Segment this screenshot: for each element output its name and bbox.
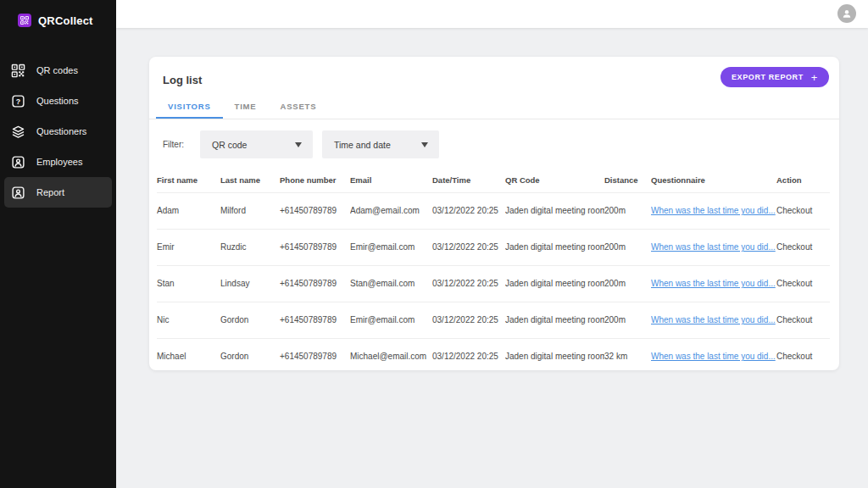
checkout-action[interactable]: Checkout <box>776 315 812 324</box>
caret-down-icon <box>421 142 428 147</box>
topbar <box>116 0 868 28</box>
cell-qr-code: Jaden digital meeting room <box>505 265 604 302</box>
checkout-action[interactable]: Checkout <box>776 352 812 361</box>
dropdown-value: QR code <box>212 140 247 150</box>
person-card-icon <box>11 155 25 169</box>
table-body: AdamMilford+61450789789Adam@email.com03/… <box>157 192 830 374</box>
cell-questionnaire: When was the last time you did... <box>651 229 776 265</box>
cell-distance: 200m <box>604 302 651 338</box>
checkout-action[interactable]: Checkout <box>776 242 812 252</box>
cell-first-name: Stan <box>157 265 220 302</box>
cell-date-time: 03/12/2022 20:25 <box>432 302 505 338</box>
column-header-phone-number: Phone number <box>280 158 350 192</box>
cell-qr-code: Jaden digital meeting room <box>505 229 604 265</box>
tab-bar: VISITORSTIMEASSETS <box>149 95 839 119</box>
sidebar-item-label: QR codes <box>36 65 78 75</box>
cell-email: Emir@email.com <box>350 302 432 338</box>
cell-questionnaire: When was the last time you did... <box>651 192 776 229</box>
cell-email: Michael@email.com <box>350 338 432 374</box>
time-and-date-filter-dropdown[interactable]: Time and date <box>322 130 439 158</box>
card-header: Log list EXPORT REPORT + <box>149 57 839 95</box>
layers-icon <box>11 125 25 139</box>
cell-distance: 200m <box>604 229 651 265</box>
sidebar-item-employees[interactable]: Employees <box>4 147 112 177</box>
cell-last-name: Lindsay <box>220 265 280 302</box>
table-row: MichaelGordon+61450789789Michael@email.c… <box>157 338 830 374</box>
sidebar-item-questioners[interactable]: Questioners <box>4 116 112 147</box>
question-icon: ? <box>11 94 25 108</box>
cell-questionnaire: When was the last time you did... <box>651 338 776 374</box>
filter-label: Filter: <box>163 140 184 149</box>
cell-questionnaire: When was the last time you did... <box>651 265 776 302</box>
sidebar-item-label: Report <box>36 187 64 197</box>
column-header-first-name: First name <box>157 158 220 192</box>
cell-action: Checkout <box>776 192 830 229</box>
cell-distance: 32 km <box>604 338 651 374</box>
user-avatar[interactable] <box>837 4 856 23</box>
user-icon <box>840 7 854 20</box>
export-report-label: EXPORT REPORT <box>732 73 804 81</box>
cell-action: Checkout <box>776 229 830 265</box>
cell-email: Stan@email.com <box>350 265 432 302</box>
cell-qr-code: Jaden digital meeting room <box>505 338 604 374</box>
cell-date-time: 03/12/2022 20:25 <box>432 265 505 302</box>
column-header-last-name: Last name <box>220 158 280 192</box>
qr-code-icon <box>18 14 31 27</box>
sidebar-item-report[interactable]: Report <box>4 177 112 208</box>
cell-qr-code: Jaden digital meeting room <box>505 192 604 229</box>
sidebar: QRCollect QR codes?QuestionsQuestionersE… <box>0 0 116 488</box>
questionnaire-link[interactable]: When was the last time you did... <box>651 352 776 361</box>
plus-icon: + <box>811 72 818 83</box>
cell-date-time: 03/12/2022 20:25 <box>432 229 505 265</box>
column-header-action: Action <box>776 158 830 192</box>
brand-logo: QRCollect <box>0 0 116 27</box>
cell-last-name: Milford <box>220 192 280 229</box>
cell-date-time: 03/12/2022 20:25 <box>432 192 505 229</box>
caret-down-icon <box>295 142 302 147</box>
cell-action: Checkout <box>776 338 830 374</box>
tab-visitors[interactable]: VISITORS <box>156 95 223 119</box>
table-row: NicGordon+61450789789Emir@email.com03/12… <box>157 302 830 338</box>
brand-name: QRCollect <box>38 14 93 27</box>
tab-assets[interactable]: ASSETS <box>268 95 328 119</box>
cell-first-name: Adam <box>157 192 220 229</box>
cell-distance: 200m <box>604 265 651 302</box>
person-card-icon <box>11 186 25 200</box>
questionnaire-link[interactable]: When was the last time you did... <box>651 242 776 252</box>
column-header-questionnaire: Questionnaire <box>651 158 776 192</box>
cell-phone-number: +61450789789 <box>280 265 350 302</box>
sidebar-item-label: Questioners <box>36 126 86 136</box>
cell-phone-number: +61450789789 <box>280 229 350 265</box>
cell-last-name: Gordon <box>220 302 280 338</box>
log-table: First nameLast namePhone numberEmailDate… <box>157 158 830 374</box>
column-header-qr-code: QR Code <box>505 158 604 192</box>
cell-last-name: Gordon <box>220 338 280 374</box>
table-row: EmirRuzdic+61450789789Emir@email.com03/1… <box>157 229 830 265</box>
tab-time[interactable]: TIME <box>223 95 269 119</box>
cell-first-name: Michael <box>157 338 220 374</box>
table-row: StanLindsay+61450789789Stan@email.com03/… <box>157 265 830 302</box>
checkout-action[interactable]: Checkout <box>776 279 812 288</box>
questionnaire-link[interactable]: When was the last time you did... <box>651 206 776 215</box>
page-title: Log list <box>163 74 202 86</box>
cell-phone-number: +61450789789 <box>280 192 350 229</box>
qr-code-filter-dropdown[interactable]: QR code <box>200 130 313 158</box>
export-report-button[interactable]: EXPORT REPORT + <box>721 67 829 87</box>
cell-action: Checkout <box>776 265 830 302</box>
cell-last-name: Ruzdic <box>220 229 280 265</box>
checkout-action[interactable]: Checkout <box>776 206 812 215</box>
cell-date-time: 03/12/2022 20:25 <box>432 338 505 374</box>
dropdown-value: Time and date <box>334 140 391 150</box>
cell-email: Adam@email.com <box>350 192 432 229</box>
sidebar-item-label: Employees <box>36 157 82 167</box>
cell-first-name: Emir <box>157 229 220 265</box>
questionnaire-link[interactable]: When was the last time you did... <box>651 279 776 288</box>
sidebar-item-questions[interactable]: ?Questions <box>4 86 112 116</box>
sidebar-item-qr-codes[interactable]: QR codes <box>4 55 112 86</box>
cell-action: Checkout <box>776 302 830 338</box>
column-header-distance: Distance <box>604 158 651 192</box>
sidebar-item-label: Questions <box>36 96 79 106</box>
column-header-date-time: Date/Time <box>432 158 505 192</box>
questionnaire-link[interactable]: When was the last time you did... <box>651 315 776 324</box>
sidebar-nav: QR codes?QuestionsQuestionersEmployeesRe… <box>0 55 116 208</box>
